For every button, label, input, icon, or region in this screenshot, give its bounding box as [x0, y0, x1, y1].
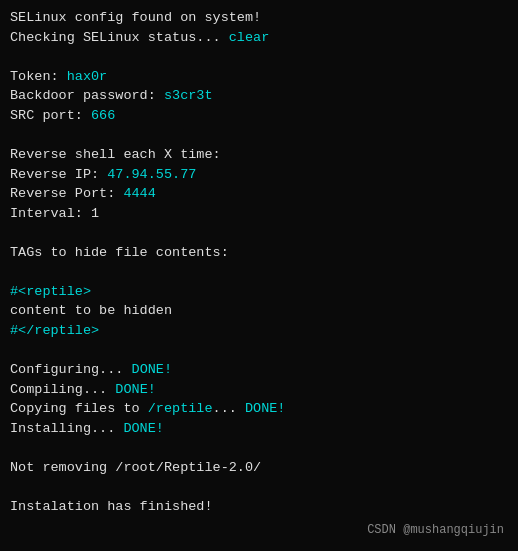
- terminal-line: TAGs to hide file contents:: [10, 243, 508, 263]
- terminal-line: Backdoor password: s3cr3t: [10, 86, 508, 106]
- terminal-line: [10, 125, 508, 145]
- terminal-line: Not removing /root/Reptile-2.0/: [10, 458, 508, 478]
- terminal-line: Token: hax0r: [10, 67, 508, 87]
- terminal-line: Interval: 1: [10, 204, 508, 224]
- terminal-line: Configuring... DONE!: [10, 360, 508, 380]
- terminal-line: [10, 438, 508, 458]
- terminal-line: [10, 341, 508, 361]
- terminal-line: [10, 223, 508, 243]
- terminal-line: Copying files to /reptile... DONE!: [10, 399, 508, 419]
- terminal-line: Compiling... DONE!: [10, 380, 508, 400]
- terminal-line: [10, 47, 508, 67]
- terminal-line: [10, 478, 508, 498]
- terminal-window: SELinux config found on system!Checking …: [0, 0, 518, 551]
- terminal-line: SRC port: 666: [10, 106, 508, 126]
- terminal-line: content to be hidden: [10, 301, 508, 321]
- terminal-line: Checking SELinux status... clear: [10, 28, 508, 48]
- terminal-line: Instalation has finished!: [10, 497, 508, 517]
- terminal-line: Reverse Port: 4444: [10, 184, 508, 204]
- terminal-line: Reverse shell each X time:: [10, 145, 508, 165]
- terminal-line: Installing... DONE!: [10, 419, 508, 439]
- terminal-line: [10, 262, 508, 282]
- watermark: CSDN @mushangqiujin: [367, 522, 504, 539]
- terminal-line: SELinux config found on system!: [10, 8, 508, 28]
- terminal-line: #</reptile>: [10, 321, 508, 341]
- terminal-line: #<reptile>: [10, 282, 508, 302]
- terminal-output: SELinux config found on system!Checking …: [10, 8, 508, 517]
- terminal-line: Reverse IP: 47.94.55.77: [10, 165, 508, 185]
